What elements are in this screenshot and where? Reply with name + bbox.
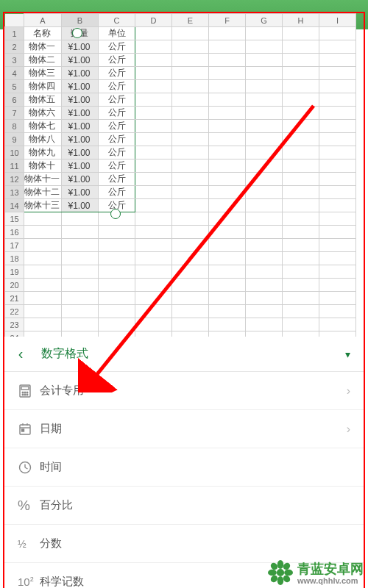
cell-C11[interactable]: 公斤 (99, 159, 135, 173)
cell-G18[interactable] (246, 252, 283, 265)
cell-A6[interactable]: 物体五 (24, 93, 62, 107)
cell-E11[interactable] (172, 159, 209, 173)
cell-A17[interactable] (24, 239, 62, 252)
cell-G12[interactable] (246, 173, 283, 186)
cell-B16[interactable] (62, 226, 99, 239)
cell-B3[interactable]: ¥1.00 (62, 54, 99, 67)
cell-I8[interactable] (319, 120, 356, 133)
cell-H7[interactable] (283, 107, 319, 120)
cell-B12[interactable]: ¥1.00 (62, 173, 99, 186)
cell-E16[interactable] (172, 226, 209, 239)
cell-D9[interactable] (135, 133, 172, 146)
cell-C12[interactable]: 公斤 (99, 173, 135, 186)
cell-A3[interactable]: 物体二 (24, 54, 62, 67)
cell-D21[interactable] (135, 292, 172, 305)
row-header-19[interactable]: 19 (5, 265, 24, 279)
row-header-21[interactable]: 21 (5, 292, 24, 305)
cell-D22[interactable] (135, 305, 172, 318)
cell-F16[interactable] (209, 226, 246, 239)
cell-B7[interactable]: ¥1.00 (62, 107, 99, 120)
cell-D19[interactable] (135, 265, 172, 279)
cell-A10[interactable]: 物体九 (24, 146, 62, 159)
cell-G23[interactable] (246, 318, 283, 331)
format-option-time[interactable]: 时间 (4, 448, 364, 487)
row-header-3[interactable]: 3 (5, 54, 24, 67)
cell-F21[interactable] (209, 292, 246, 305)
cell-A4[interactable]: 物体三 (24, 67, 62, 80)
cell-A8[interactable]: 物体七 (24, 120, 62, 133)
selection-handle-top[interactable] (72, 28, 82, 38)
cell-D8[interactable] (135, 120, 172, 133)
cell-F14[interactable] (209, 199, 246, 212)
cell-D23[interactable] (135, 318, 172, 331)
cell-H6[interactable] (283, 93, 319, 107)
cell-E17[interactable] (172, 239, 209, 252)
cell-I1[interactable] (319, 27, 356, 40)
row-header-22[interactable]: 22 (5, 305, 24, 318)
cell-E15[interactable] (172, 212, 209, 226)
cell-A21[interactable] (24, 292, 62, 305)
cell-E19[interactable] (172, 265, 209, 279)
cell-B9[interactable]: ¥1.00 (62, 133, 99, 146)
cell-G15[interactable] (246, 212, 283, 226)
cell-C1[interactable]: 单位 (99, 27, 135, 40)
cell-A15[interactable] (24, 212, 62, 226)
cell-F12[interactable] (209, 173, 246, 186)
cell-G6[interactable] (246, 93, 283, 107)
cell-F6[interactable] (209, 93, 246, 107)
col-header-A[interactable]: A (24, 14, 62, 27)
row-header-23[interactable]: 23 (5, 318, 24, 331)
format-option-accounting[interactable]: 会计专用› (4, 372, 364, 410)
col-header-E[interactable]: E (172, 14, 209, 27)
cell-B18[interactable] (62, 252, 99, 265)
cell-A2[interactable]: 物体一 (24, 40, 62, 54)
cell-A18[interactable] (24, 252, 62, 265)
cell-I3[interactable] (319, 54, 356, 67)
cell-E8[interactable] (172, 120, 209, 133)
cell-H19[interactable] (283, 265, 319, 279)
cell-E22[interactable] (172, 305, 209, 318)
cell-D2[interactable] (135, 40, 172, 54)
cell-D15[interactable] (135, 212, 172, 226)
col-header-B[interactable]: B (62, 14, 99, 27)
cell-B22[interactable] (62, 305, 99, 318)
row-header-7[interactable]: 7 (5, 107, 24, 120)
cell-C7[interactable]: 公斤 (99, 107, 135, 120)
cell-I17[interactable] (319, 239, 356, 252)
cell-G19[interactable] (246, 265, 283, 279)
col-header-G[interactable]: G (246, 14, 283, 27)
cell-G2[interactable] (246, 40, 283, 54)
cell-E4[interactable] (172, 67, 209, 80)
row-header-20[interactable]: 20 (5, 279, 24, 292)
row-header-18[interactable]: 18 (5, 252, 24, 265)
row-header-6[interactable]: 6 (5, 93, 24, 107)
cell-C18[interactable] (99, 252, 135, 265)
cell-F9[interactable] (209, 133, 246, 146)
spreadsheet[interactable]: ABCDEFGHI1名称数量单位2物体一¥1.00公斤3物体二¥1.00公斤4物… (4, 13, 364, 371)
cell-D18[interactable] (135, 252, 172, 265)
cell-I12[interactable] (319, 173, 356, 186)
cell-H8[interactable] (283, 120, 319, 133)
cell-D12[interactable] (135, 173, 172, 186)
cell-G8[interactable] (246, 120, 283, 133)
cell-C6[interactable]: 公斤 (99, 93, 135, 107)
cell-H23[interactable] (283, 318, 319, 331)
cell-H20[interactable] (283, 279, 319, 292)
cell-I10[interactable] (319, 146, 356, 159)
col-header-I[interactable]: I (319, 14, 356, 27)
cell-A23[interactable] (24, 318, 62, 331)
cell-H21[interactable] (283, 292, 319, 305)
cell-E7[interactable] (172, 107, 209, 120)
row-header-13[interactable]: 13 (5, 186, 24, 199)
cell-F3[interactable] (209, 54, 246, 67)
cell-B10[interactable]: ¥1.00 (62, 146, 99, 159)
cell-F8[interactable] (209, 120, 246, 133)
cell-C8[interactable]: 公斤 (99, 120, 135, 133)
cell-C3[interactable]: 公斤 (99, 54, 135, 67)
cell-H15[interactable] (283, 212, 319, 226)
cell-B20[interactable] (62, 279, 99, 292)
cell-D20[interactable] (135, 279, 172, 292)
cell-D11[interactable] (135, 159, 172, 173)
cell-E6[interactable] (172, 93, 209, 107)
row-header-8[interactable]: 8 (5, 120, 24, 133)
